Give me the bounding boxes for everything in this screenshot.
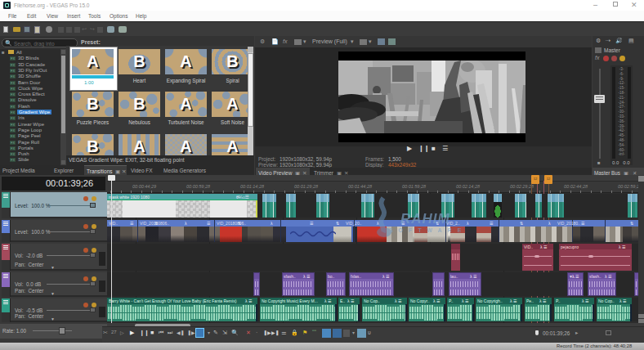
- svg-text:S O F T W A R E: S O F T W A R E: [389, 227, 463, 233]
- svg-text:RAHIM: RAHIM: [400, 211, 450, 227]
